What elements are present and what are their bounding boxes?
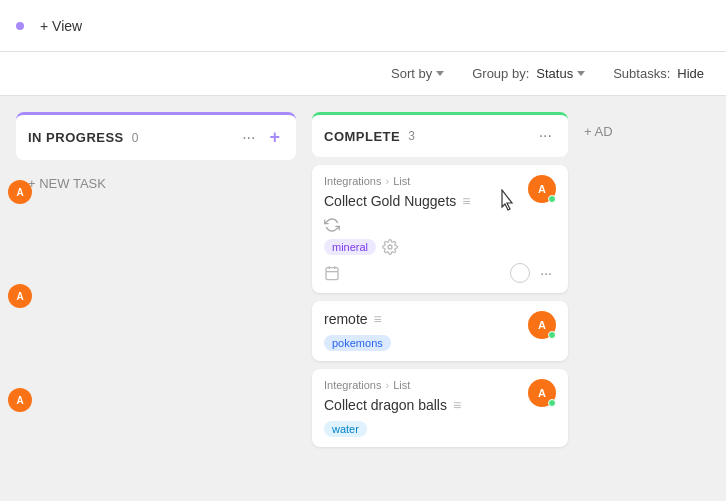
new-task-button[interactable]: + NEW TASK [16,168,296,199]
column-in-progress: IN PROGRESS 0 ··· + + NEW TASK A A A [16,112,296,485]
card-2-tag-pokemons: pokemons [324,335,391,351]
new-task-label: + NEW TASK [28,176,106,191]
avatar-strip: A A A [8,180,32,412]
card-1-tags-row: mineral [324,239,556,255]
avatar-3: A [8,388,32,412]
in-progress-add-button[interactable]: + [265,125,284,150]
card-1-lines-icon: ≡ [462,193,470,209]
card-1-status-circle[interactable] [510,263,530,283]
board: IN PROGRESS 0 ··· + + NEW TASK A A A COM… [0,96,726,501]
subtasks-control[interactable]: Subtasks: Hide [607,62,710,85]
svg-rect-1 [326,268,338,280]
card-2-title: remote [324,311,368,327]
card-remote: remote ≡ A pokemons [312,301,568,361]
card-3-title-row: Collect dragon balls ≡ [324,397,556,413]
nav-dot [16,22,24,30]
card-1-footer: ··· [324,263,556,283]
card-3-avatar: A [528,379,556,407]
card-2-avatar-online-dot [548,331,556,339]
in-progress-menu-button[interactable]: ··· [238,127,259,149]
card-3-avatar-online-dot [548,399,556,407]
complete-actions: ··· [535,125,556,147]
top-bar-left: + View [16,14,90,38]
card-1-avatar: A [528,175,556,203]
group-by-label: Group by: [472,66,529,81]
card-3-tags-row: water [324,421,556,437]
add-column-label: + AD [584,124,613,139]
group-by-value: Status [536,66,573,81]
card-collect-gold-nuggets: Integrations › List Collect Gold Nuggets… [312,165,568,293]
complete-count: 3 [408,129,415,143]
card-2-avatar: A [528,311,556,339]
calendar-icon [324,265,340,281]
in-progress-title: IN PROGRESS [28,130,124,145]
card-1-tag-mineral: mineral [324,239,376,255]
add-column-button[interactable]: + AD [584,124,613,139]
in-progress-count: 0 [132,131,139,145]
toolbar: Sort by Group by: Status Subtasks: Hide [0,52,726,96]
in-progress-actions: ··· + [238,125,284,150]
group-by-control[interactable]: Group by: Status [466,62,591,85]
add-view-button[interactable]: + View [32,14,90,38]
card-2-tags-row: pokemons [324,335,556,351]
card-3-breadcrumb: Integrations › List [324,379,556,391]
card-2-lines-icon: ≡ [374,311,382,327]
card-1-more-button[interactable]: ··· [536,263,556,283]
subtasks-label: Subtasks: [613,66,670,81]
card-2-title-row: remote ≡ [324,311,556,327]
group-chevron-icon [577,71,585,76]
sort-by-control[interactable]: Sort by [385,62,450,85]
avatar-1: A [8,180,32,204]
top-bar: + View [0,0,726,52]
card-collect-dragon-balls: Integrations › List Collect dragon balls… [312,369,568,447]
card-1-breadcrumb: Integrations › List [324,175,556,187]
column-header-complete: COMPLETE 3 ··· [312,112,568,157]
card-1-footer-right: ··· [510,263,556,283]
avatar-2: A [8,284,32,308]
sort-chevron-icon [436,71,444,76]
card-1-avatar-online-dot [548,195,556,203]
column-header-in-progress: IN PROGRESS 0 ··· + [16,112,296,160]
add-view-label: + View [40,18,82,34]
card-3-title: Collect dragon balls [324,397,447,413]
card-1-footer-left [324,265,340,281]
recycle-icon [324,217,340,233]
subtasks-value: Hide [677,66,704,81]
card-3-lines-icon: ≡ [453,397,461,413]
sort-by-label: Sort by [391,66,432,81]
card-1-title-row: Collect Gold Nuggets ≡ [324,193,556,209]
svg-point-0 [388,245,392,249]
complete-title: COMPLETE [324,129,400,144]
card-3-tag-water: water [324,421,367,437]
complete-menu-button[interactable]: ··· [535,125,556,147]
card-1-title: Collect Gold Nuggets [324,193,456,209]
add-column-area: + AD [584,112,613,485]
card-1-icons-row [324,217,556,233]
gear-icon [382,239,398,255]
column-complete: COMPLETE 3 ··· Integrations › List Colle… [312,112,568,485]
